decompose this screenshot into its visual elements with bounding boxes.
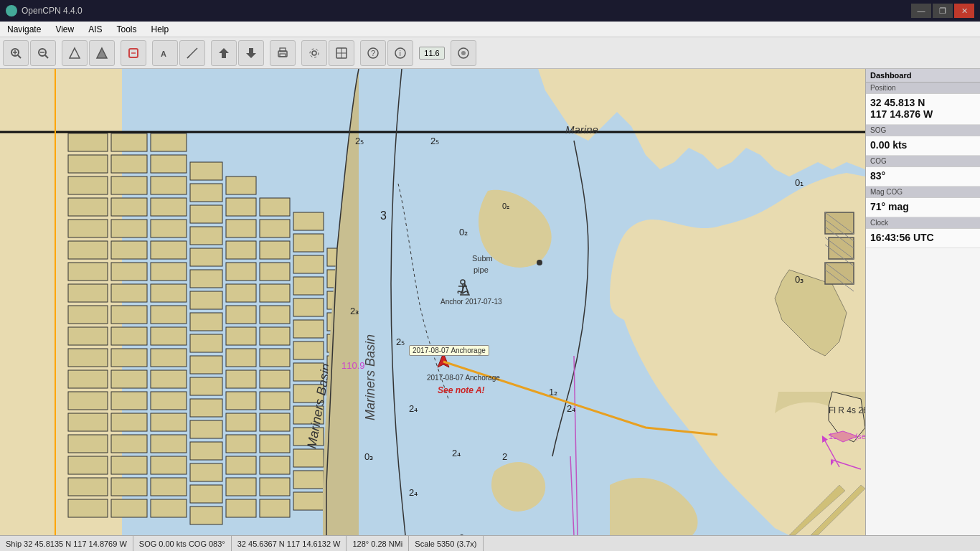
- mag-cog-value: 71° mag: [866, 198, 980, 217]
- status-bearing-distance: 128° 0.28 NMi: [347, 536, 409, 551]
- print-button[interactable]: [270, 40, 296, 66]
- svg-rect-105: [226, 241, 256, 259]
- svg-point-29: [461, 51, 466, 55]
- position-value: 32 45.813 N 117 14.876 W: [866, 94, 980, 125]
- svg-rect-31: [68, 133, 108, 151]
- svg-rect-126: [260, 370, 290, 388]
- svg-rect-53: [111, 220, 147, 237]
- route-button[interactable]: [62, 40, 88, 66]
- minimize-button[interactable]: —: [911, 4, 931, 18]
- svg-rect-110: [226, 349, 256, 367]
- svg-rect-92: [190, 313, 222, 331]
- clock-value: 16:43:56 UTC: [866, 229, 980, 248]
- svg-text:2₄: 2₄: [409, 487, 418, 498]
- titlebar: OpenCPN 4.4.0 — ❐ ✕: [0, 0, 980, 22]
- svg-text:Mariners Basin: Mariners Basin: [363, 334, 377, 420]
- svg-rect-123: [260, 306, 290, 324]
- svg-text:0₃: 0₃: [364, 451, 373, 462]
- svg-line-1: [18, 55, 21, 58]
- waypoint-button[interactable]: [89, 40, 115, 66]
- svg-rect-133: [293, 212, 324, 230]
- svg-rect-38: [68, 284, 108, 302]
- svg-text:Subm: Subm: [472, 254, 493, 263]
- svg-rect-97: [190, 420, 222, 438]
- svg-rect-124: [260, 327, 290, 345]
- svg-rect-136: [293, 277, 324, 295]
- svg-rect-95: [190, 377, 222, 395]
- svg-rect-77: [151, 349, 187, 367]
- svg-rect-134: [293, 234, 324, 252]
- arrow-down-button[interactable]: [238, 40, 264, 66]
- svg-rect-111: [226, 370, 256, 388]
- svg-rect-67: [151, 133, 187, 151]
- measure-button[interactable]: [179, 40, 205, 66]
- svg-rect-102: [226, 176, 256, 194]
- svg-line-5: [45, 55, 48, 58]
- svg-rect-79: [151, 392, 187, 410]
- svg-rect-72: [151, 241, 187, 259]
- svg-rect-54: [111, 241, 147, 259]
- svg-text:2₅: 2₅: [396, 336, 405, 347]
- svg-rect-121: [260, 263, 290, 281]
- menu-navigate[interactable]: Navigate: [0, 22, 48, 37]
- svg-rect-139: [293, 342, 324, 359]
- svg-marker-14: [219, 48, 229, 58]
- vertical-line: [55, 69, 56, 535]
- layers-button[interactable]: [451, 40, 476, 66]
- svg-text:1₂: 1₂: [549, 387, 557, 397]
- svg-rect-135: [293, 255, 324, 273]
- svg-rect-40: [68, 327, 108, 345]
- svg-rect-62: [111, 413, 147, 431]
- svg-rect-106: [226, 263, 256, 281]
- help-button[interactable]: ?: [360, 40, 386, 66]
- svg-rect-34: [68, 198, 108, 216]
- settings-button[interactable]: [301, 40, 327, 66]
- svg-rect-48: [68, 499, 108, 517]
- close-button[interactable]: ✕: [954, 4, 974, 18]
- text-button[interactable]: A: [152, 40, 178, 66]
- menu-tools[interactable]: Tools: [110, 22, 144, 37]
- zoom-in-button[interactable]: [3, 40, 29, 66]
- menu-ais[interactable]: AIS: [81, 22, 109, 37]
- svg-rect-93: [190, 334, 222, 352]
- svg-rect-50: [111, 155, 147, 173]
- info-button[interactable]: i: [387, 40, 413, 66]
- svg-rect-127: [260, 392, 290, 410]
- svg-rect-73: [151, 263, 187, 281]
- svg-point-185: [537, 260, 542, 265]
- svg-rect-94: [190, 356, 222, 374]
- anchorage-tooltip: 2017-08-07 Anchorage: [409, 345, 489, 356]
- menu-help[interactable]: Help: [144, 22, 176, 37]
- svg-rect-71: [151, 220, 187, 237]
- svg-text:2₃: 2₃: [350, 306, 359, 316]
- svg-rect-43: [68, 392, 108, 410]
- svg-text:0₂: 0₂: [502, 202, 509, 210]
- svg-text:0₂: 0₂: [459, 227, 468, 237]
- maximize-button[interactable]: ❐: [933, 4, 953, 18]
- pencil-button[interactable]: [121, 40, 146, 66]
- menu-view[interactable]: View: [48, 22, 81, 37]
- position-lat: 32 45.813 N: [870, 97, 925, 108]
- svg-rect-45: [68, 435, 108, 453]
- chart-area[interactable]: Mariners Basin: [0, 69, 865, 535]
- zoom-level-display: 11.6: [419, 47, 445, 60]
- svg-rect-36: [68, 241, 108, 259]
- svg-marker-8: [97, 48, 107, 58]
- svg-marker-7: [70, 48, 80, 58]
- svg-rect-122: [260, 284, 290, 302]
- svg-rect-61: [111, 392, 147, 410]
- zoom-out-button[interactable]: [30, 40, 56, 66]
- svg-rect-138: [293, 320, 324, 338]
- arrow-button[interactable]: [211, 40, 237, 66]
- chart-button[interactable]: [329, 40, 354, 66]
- svg-text:See note A!: See note A!: [438, 385, 485, 395]
- svg-rect-60: [111, 370, 147, 388]
- svg-rect-69: [151, 176, 187, 194]
- title-left: OpenCPN 4.4.0: [6, 5, 83, 17]
- svg-rect-56: [111, 284, 147, 302]
- svg-text:3: 3: [380, 209, 387, 222]
- status-cursor-position: 32 45.6367 N 117 14.6132 W: [232, 536, 347, 551]
- svg-rect-112: [226, 392, 256, 410]
- svg-rect-146: [293, 492, 324, 510]
- svg-rect-99: [190, 463, 222, 481]
